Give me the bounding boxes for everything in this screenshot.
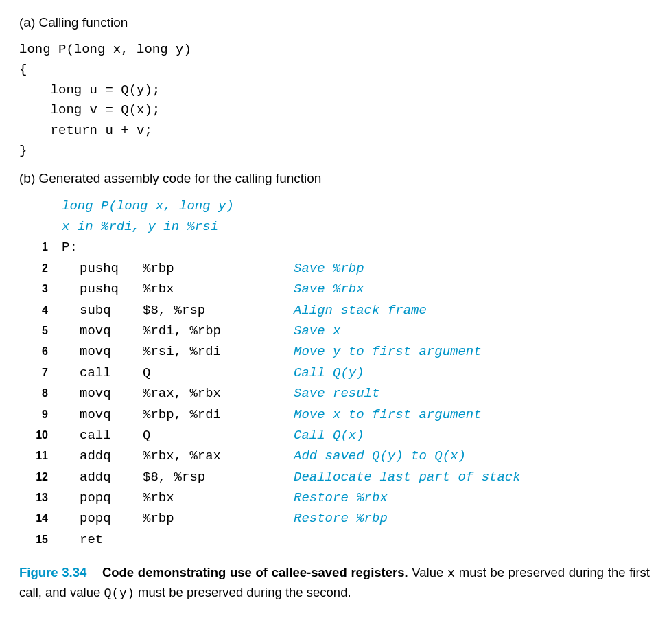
asm-mnemonic: call bbox=[62, 425, 143, 446]
line-number: 1 bbox=[19, 238, 62, 256]
line-number: 15 bbox=[19, 531, 62, 549]
asm-comment: Restore %rbx bbox=[294, 490, 388, 505]
asm-mnemonic: call bbox=[62, 363, 143, 383]
caption-text: must be preserved during the second. bbox=[134, 585, 351, 599]
asm-row: 10callQCall Q(x) bbox=[19, 425, 650, 446]
asm-label: P: bbox=[62, 240, 78, 255]
asm-instruction: pushq%rbpSave %rbp bbox=[62, 258, 364, 279]
asm-comment: Call Q(y) bbox=[294, 365, 364, 380]
line-number: 3 bbox=[19, 280, 62, 298]
asm-comment: Restore %rbp bbox=[294, 511, 388, 526]
asm-row: 8movq%rax, %rbxSave result bbox=[19, 383, 650, 404]
caption-text: Value bbox=[412, 565, 447, 579]
asm-row: 5movq%rdi, %rbpSave x bbox=[19, 321, 650, 341]
asm-row: 9movq%rbp, %rdiMove x to first argument bbox=[19, 404, 650, 425]
asm-instruction: popq%rbxRestore %rbx bbox=[62, 487, 388, 508]
asm-comment: Deallocate last part of stack bbox=[294, 470, 521, 485]
section-a-label: (a) Calling function bbox=[19, 15, 650, 30]
asm-comment: Call Q(x) bbox=[294, 428, 364, 443]
section-b-label: (b) Generated assembly code for the call… bbox=[19, 171, 650, 186]
asm-instruction: ret bbox=[62, 529, 294, 550]
line-number: 7 bbox=[19, 364, 62, 382]
line-number: 9 bbox=[19, 406, 62, 424]
asm-row: 12addq$8, %rspDeallocate last part of st… bbox=[19, 467, 650, 487]
asm-operands: %rbx, %rax bbox=[143, 446, 294, 466]
asm-instruction: callQCall Q(x) bbox=[62, 425, 364, 446]
asm-mnemonic: addq bbox=[62, 446, 143, 466]
asm-comment: Add saved Q(y) to Q(x) bbox=[294, 448, 466, 463]
asm-instruction: callQCall Q(y) bbox=[62, 363, 364, 383]
asm-mnemonic: ret bbox=[62, 529, 143, 550]
asm-comment: Save result bbox=[294, 386, 379, 401]
asm-instruction: movq%rdi, %rbpSave x bbox=[62, 321, 340, 341]
asm-comment: Move x to first argument bbox=[294, 407, 482, 422]
asm-instruction: subq$8, %rspAlign stack frame bbox=[62, 300, 427, 321]
asm-operands: %rbx bbox=[143, 279, 294, 299]
asm-comment: Save %rbx bbox=[294, 281, 364, 297]
asm-row: 4subq$8, %rspAlign stack frame bbox=[19, 300, 650, 321]
asm-instruction: popq%rbpRestore %rbp bbox=[62, 508, 388, 529]
asm-operands: %rbp bbox=[143, 258, 294, 279]
asm-row: 15ret bbox=[19, 529, 650, 550]
asm-comment: Save x bbox=[294, 323, 340, 338]
line-number: 2 bbox=[19, 260, 62, 277]
asm-operands: $8, %rsp bbox=[143, 300, 294, 321]
asm-mnemonic: movq bbox=[62, 383, 143, 404]
asm-operands: %rsi, %rdi bbox=[143, 341, 294, 362]
asm-operands: %rdi, %rbp bbox=[143, 321, 294, 341]
asm-operands: %rax, %rbx bbox=[143, 383, 294, 404]
asm-header-signature: long P(long x, long y) bbox=[62, 196, 650, 216]
asm-row: 1P: bbox=[19, 237, 650, 257]
asm-operands: %rbp, %rdi bbox=[143, 404, 294, 425]
asm-comment: Save %rbp bbox=[294, 261, 364, 276]
asm-row: 6movq%rsi, %rdiMove y to first argument bbox=[19, 341, 650, 362]
asm-row: 3pushq%rbxSave %rbx bbox=[19, 279, 650, 299]
line-number: 5 bbox=[19, 322, 62, 340]
asm-mnemonic: movq bbox=[62, 404, 143, 425]
asm-operands: Q bbox=[143, 425, 294, 446]
caption-code-qy: Q(y) bbox=[104, 586, 134, 601]
asm-row: 13popq%rbxRestore %rbx bbox=[19, 487, 650, 508]
line-number: 14 bbox=[19, 509, 62, 527]
asm-mnemonic: pushq bbox=[62, 279, 143, 299]
asm-mnemonic: popq bbox=[62, 487, 143, 508]
asm-mnemonic: addq bbox=[62, 467, 143, 487]
c-source-code: long P(long x, long y) { long u = Q(y); … bbox=[19, 40, 650, 161]
line-number: 11 bbox=[19, 447, 62, 465]
line-number: 10 bbox=[19, 426, 62, 444]
asm-instruction: pushq%rbxSave %rbx bbox=[62, 279, 364, 299]
asm-comment: Align stack frame bbox=[294, 303, 427, 318]
line-number: 8 bbox=[19, 384, 62, 402]
asm-operands: %rbx bbox=[143, 487, 294, 508]
asm-row: 14popq%rbpRestore %rbp bbox=[19, 508, 650, 529]
asm-mnemonic: movq bbox=[62, 341, 143, 362]
asm-instruction: movq%rbp, %rdiMove x to first argument bbox=[62, 404, 482, 425]
caption-code-x: x bbox=[447, 566, 455, 581]
asm-operands: Q bbox=[143, 363, 294, 383]
figure-caption: Figure 3.34 Code demonstrating use of ca… bbox=[19, 564, 650, 603]
line-number: 4 bbox=[19, 301, 62, 319]
asm-header-registers: x in %rdi, y in %rsi bbox=[62, 216, 650, 237]
asm-operands: %rbp bbox=[143, 508, 294, 529]
assembly-listing: long P(long x, long y) x in %rdi, y in %… bbox=[19, 196, 650, 551]
asm-row: 7callQCall Q(y) bbox=[19, 363, 650, 383]
line-number: 13 bbox=[19, 489, 62, 507]
line-number: 6 bbox=[19, 343, 62, 360]
asm-instruction: addq%rbx, %raxAdd saved Q(y) to Q(x) bbox=[62, 446, 466, 466]
figure-title: Code demonstrating use of callee-saved r… bbox=[102, 565, 408, 579]
asm-mnemonic: movq bbox=[62, 321, 143, 341]
asm-comment: Move y to first argument bbox=[294, 344, 482, 359]
asm-instruction: addq$8, %rspDeallocate last part of stac… bbox=[62, 467, 521, 487]
asm-row: 11addq%rbx, %raxAdd saved Q(y) to Q(x) bbox=[19, 446, 650, 466]
asm-mnemonic: popq bbox=[62, 508, 143, 529]
line-number: 12 bbox=[19, 468, 62, 486]
asm-instruction: movq%rax, %rbxSave result bbox=[62, 383, 379, 404]
asm-instruction: movq%rsi, %rdiMove y to first argument bbox=[62, 341, 482, 362]
figure-number: Figure 3.34 bbox=[19, 565, 86, 579]
asm-mnemonic: pushq bbox=[62, 258, 143, 279]
asm-mnemonic: subq bbox=[62, 300, 143, 321]
asm-row: 2pushq%rbpSave %rbp bbox=[19, 258, 650, 279]
asm-instruction: P: bbox=[62, 237, 78, 257]
asm-operands: $8, %rsp bbox=[143, 467, 294, 487]
